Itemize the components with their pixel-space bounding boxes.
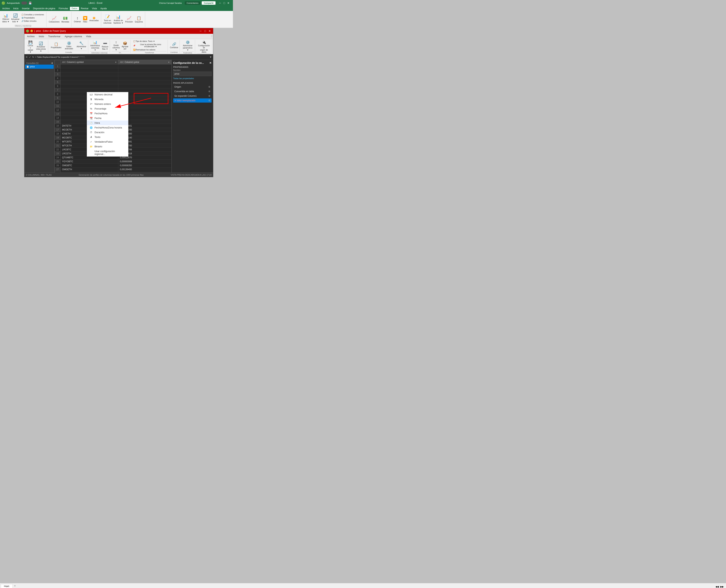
type-binary[interactable]: 📁 Binario [87,144,128,149]
cell-price: 0,00001349 [118,171,172,173]
step-gear-reemplazado[interactable]: ⚙ [208,99,210,102]
pq-btn-agrupar[interactable]: 📦 Agrupar por [121,41,129,50]
pq-menu-vista[interactable]: Vista [84,35,93,38]
menu-disposicion[interactable]: Disposición de página [32,7,57,10]
row-number-cell: 5 [55,80,60,84]
filter-icon: 🔽 [83,16,87,20]
col-header-symbol[interactable]: ABC Column1.symbol ▼ [60,60,118,64]
pq-btn-administrar-cols[interactable]: 📊 Administrar columnas ▼ [89,40,101,51]
advanced-icon: 🔽 [93,17,95,19]
ribbon-btn-propiedades[interactable]: ⚙️ Propiedades [21,17,45,19]
query-table-icon: 📋 [26,65,29,68]
comments-button[interactable]: Comentarios [185,1,200,5]
formula-expand-btn[interactable]: ▼ [209,56,212,59]
pq-pasos-header: PASOS APLICADOS [173,82,211,84]
ribbon-btn-texto-columnas[interactable]: 📝 Texto en columnas [103,14,112,24]
ribbon-btn-actualizar[interactable]: 🔄 Actualizar todo ▼ [11,13,20,23]
type-time[interactable]: 🕐 Hora [87,121,128,125]
pq-btn-dividir[interactable]: ↕️ Dividir columna ▼ [112,40,121,51]
menu-vista[interactable]: Vista [90,7,98,10]
type-currency[interactable]: $ Moneda [87,97,128,102]
ribbon-buttons-get: 📊 Obtener datos ▼ 🔄 Actualizar todo ▼ 📋 … [1,12,45,24]
pq-btn-primera-fila[interactable]: 📌 Usar la primera fila como encabezado ▼ [132,43,166,48]
ribbon-btn-analisis[interactable]: 📊 Análisis de hipótesis ▼ [113,14,124,24]
pq-menu-inicio[interactable]: Inicio [37,35,46,38]
ribbon-btn-filtro[interactable]: 🔽 Filtro [82,16,88,23]
step-gear-expandio[interactable]: ⚙ [208,94,210,97]
type-date[interactable]: 📆 Fecha [87,116,128,121]
pq-maximize-btn[interactable]: □ [203,29,207,33]
type-datetimezone[interactable]: 🌐 Fecha/Hora/Zona horaria [87,125,128,130]
type-locale[interactable]: Usar configuración regional... [87,149,128,156]
type-integer[interactable]: 1²³ Número entero [87,102,128,106]
type-boolean[interactable]: ✓ Verdadero/Falso [87,140,128,144]
pq-todas-propiedades-link[interactable]: Todas las propiedades [173,77,211,80]
pq-btn-admin-param[interactable]: ⚙️ Administrar parámetros ▼ [182,40,194,51]
pq-help-icon[interactable]: ? [211,35,212,38]
pq-query-item-price[interactable]: 📋 price [25,65,54,69]
type-duration[interactable]: ⏱ Duración [87,130,128,135]
formula-confirm-btn[interactable]: ✓ [29,56,31,59]
pq-btn-reemplazar[interactable]: 🔁 Reemplazar los valores [132,48,156,51]
menu-formulas[interactable]: Fórmulas [57,7,69,10]
menu-archivo[interactable]: Archivo [1,7,11,10]
pq-btn-config-origen[interactable]: 🔌 Configuración de origen de datos [197,40,211,54]
menu-revisar[interactable]: Revisar [79,7,90,10]
autosave-toggle[interactable] [21,1,27,4]
col-drop-price[interactable]: ▼ [168,61,170,63]
ribbon-btn-monedas[interactable]: 💵 Monedas [61,16,70,23]
pq-menu-agregar[interactable]: Agregar columna [63,35,84,38]
type-datetime[interactable]: 📅 Fecha/Hora [87,111,128,116]
text-columns-icon: 📝 [105,15,110,19]
cell-symbol: OMGBTC [60,164,118,168]
row-number-cell: 28 [55,171,60,173]
minimize-button[interactable]: ─ [219,1,222,4]
col-header-price[interactable]: ABC Column1.price ▼ [118,60,172,64]
ribbon-btn-editar-vinculos[interactable]: 🔗 Editar vínculos [21,20,45,22]
ribbon-btn-ordenar[interactable]: ↕️ Ordenar [73,16,82,23]
pq-minimize-btn[interactable]: ─ [199,29,202,33]
formula-input[interactable] [35,56,208,58]
cell-symbol [60,76,118,80]
pq-btn-combinar[interactable]: 🔗 Combinar [169,42,179,49]
ribbon-btn-avanzadas[interactable]: 🔽 Avanzadas [89,17,99,22]
menu-datos[interactable]: Datos [70,7,79,10]
formula-cancel-btn[interactable]: ✕ [25,56,28,59]
type-decimal[interactable]: 1.2 Número decimal [87,92,128,97]
ribbon-btn-prevision[interactable]: 📈 Previsión [124,16,134,23]
ribbon-btn-consultas[interactable]: 📋 Consultas y conexiones [21,13,45,16]
step-gear-origen[interactable]: ⚙ [208,86,210,88]
maximize-button[interactable]: □ [223,1,226,4]
pq-ribbon-btns-combinar: 🔗 Combinar [169,40,179,51]
ribbon-btn-obtener[interactable]: 📊 Obtener datos ▼ [1,13,10,23]
pq-btn-editor-avanzado[interactable]: ⚙️ Editor avanzado [63,41,75,50]
pq-btn-propiedades[interactable]: 📋 Propiedades [50,42,62,49]
menu-inicio[interactable]: Inicio [12,7,20,10]
col-drop-symbol[interactable]: ▼ [115,61,117,63]
pq-btn-administrar[interactable]: 🔧 Administrar ▼ [76,41,87,50]
share-button[interactable]: Compartir [202,1,216,5]
save-icon[interactable]: 💾 [28,1,32,4]
type-text[interactable]: A Texto [87,135,128,140]
pq-statusbar: 2 COLUMNAS, 999+ FILAS Generación de per… [24,172,213,177]
pq-btn-reducir-filas[interactable]: ➖ Reducir filas ▼ [101,41,109,50]
refresh-preview-icon: 🔄 [39,41,43,45]
type-percentage[interactable]: % Porcentaje [87,106,128,111]
pq-menu-archivo[interactable]: Archivo [25,35,37,38]
pq-step-expandio[interactable]: Se expandió Column1 ⚙ [173,94,211,98]
menu-ayuda[interactable]: Ayuda [99,7,108,10]
pq-btn-tipo-datos[interactable]: 📋 Tipo de datos: Texto ▼ [132,40,156,43]
pq-step-reemplazado[interactable]: ✕ Valor reemplazado ⚙ [173,99,211,103]
pq-menu-transformar[interactable]: Transformar [46,35,62,38]
menu-insertar[interactable]: Insertar [20,7,31,10]
ribbon-btn-esquema[interactable]: 📋 Esquema [134,16,143,23]
pq-step-convertida[interactable]: Convertida en tabla ⚙ [173,89,211,93]
pq-config-close[interactable]: ✕ [209,61,211,64]
pq-close-btn[interactable]: ✕ [208,29,211,33]
ribbon-btn-cotizaciones[interactable]: 📈 Cotizaciones [48,16,60,23]
pq-step-origen[interactable]: Origen ⚙ [173,85,211,89]
pq-btn-actualizar[interactable]: 🔄 Actualizar vista previa ▼ [35,41,47,52]
pq-btn-cerrar-cargar[interactable]: 💾 Cerrar y cargar ▼ [26,40,35,54]
close-button[interactable]: ✕ [227,1,230,4]
step-gear-convertida[interactable]: ⚙ [208,90,210,93]
